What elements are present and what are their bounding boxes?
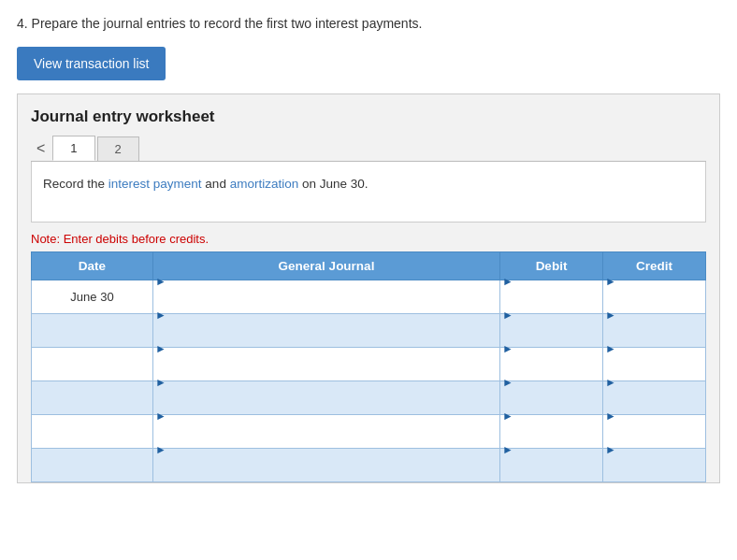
arrow-icon-1: ► xyxy=(153,275,168,288)
journal-table: Date General Journal Debit Credit June 3… xyxy=(31,251,706,482)
arrow-icon-d1: ► xyxy=(500,275,515,288)
date-cell-5 xyxy=(32,414,153,448)
debit-input-3[interactable] xyxy=(500,355,602,388)
header-journal: General Journal xyxy=(153,251,500,280)
credit-input-2[interactable] xyxy=(603,322,705,354)
arrow-icon-5: ► xyxy=(153,409,168,423)
tab-2[interactable]: 2 xyxy=(97,136,139,161)
arrow-icon-d5: ► xyxy=(500,409,515,423)
arrow-icon-c1: ► xyxy=(603,275,618,288)
instruction-box: Record the interest payment and amortiza… xyxy=(31,162,706,223)
arrow-icon-c4: ► xyxy=(603,376,618,389)
note-text: Note: Enter debits before credits. xyxy=(31,232,706,246)
highlight-interest: interest payment xyxy=(108,177,202,191)
journal-input-3[interactable] xyxy=(153,355,499,388)
debit-input-4[interactable] xyxy=(500,389,602,422)
arrow-icon-c3: ► xyxy=(603,342,618,355)
page-wrapper: 4. Prepare the journal entries to record… xyxy=(0,0,737,498)
journal-cell-1[interactable]: ► xyxy=(153,280,500,313)
date-cell-3 xyxy=(32,347,153,381)
journal-input-5[interactable] xyxy=(153,423,499,455)
debit-input-2[interactable] xyxy=(500,322,602,354)
date-cell-4 xyxy=(32,381,153,414)
tabs-row: < 1 2 xyxy=(31,136,706,162)
arrow-icon-4: ► xyxy=(153,376,168,389)
date-cell-1: June 30 xyxy=(32,280,153,313)
header-credit: Credit xyxy=(603,251,706,280)
credit-input-4[interactable] xyxy=(603,389,705,422)
arrow-icon-c5: ► xyxy=(603,409,618,423)
highlight-amortization: amortization xyxy=(230,177,299,191)
debit-input-1[interactable] xyxy=(500,288,602,321)
journal-input-1[interactable] xyxy=(153,288,499,321)
worksheet-title: Journal entry worksheet xyxy=(31,108,706,126)
journal-input-4[interactable] xyxy=(153,389,499,422)
journal-input-6[interactable] xyxy=(153,456,499,489)
arrow-icon-d4: ► xyxy=(500,376,515,389)
arrow-icon-2: ► xyxy=(153,309,168,322)
worksheet-container: Journal entry worksheet < 1 2 Record the… xyxy=(17,93,720,483)
instruction-text: Record the interest payment and amortiza… xyxy=(43,175,694,194)
arrow-icon-d3: ► xyxy=(500,342,515,355)
credit-cell-1[interactable]: ► xyxy=(603,280,706,313)
date-cell-6 xyxy=(32,448,153,481)
arrow-icon-3: ► xyxy=(153,342,168,355)
arrow-icon-d2: ► xyxy=(500,309,515,322)
view-transaction-button[interactable]: View transaction list xyxy=(17,47,166,80)
tab-prev-arrow[interactable]: < xyxy=(31,136,51,161)
arrow-icon-c2: ► xyxy=(603,309,618,322)
debit-input-5[interactable] xyxy=(500,423,602,455)
credit-input-5[interactable] xyxy=(603,423,705,455)
debit-input-6[interactable] xyxy=(500,456,602,489)
header-date: Date xyxy=(32,251,153,280)
credit-input-3[interactable] xyxy=(603,355,705,388)
tab-1[interactable]: 1 xyxy=(52,136,94,161)
debit-cell-1[interactable]: ► xyxy=(500,280,603,313)
arrow-icon-c6: ► xyxy=(603,443,618,456)
question-text: 4. Prepare the journal entries to record… xyxy=(17,15,720,34)
arrow-icon-d6: ► xyxy=(500,443,515,456)
arrow-icon-6: ► xyxy=(153,443,168,456)
credit-input-6[interactable] xyxy=(603,456,705,489)
date-cell-2 xyxy=(32,313,153,347)
journal-input-2[interactable] xyxy=(153,322,499,354)
header-debit: Debit xyxy=(500,251,603,280)
credit-input-1[interactable] xyxy=(603,288,705,321)
